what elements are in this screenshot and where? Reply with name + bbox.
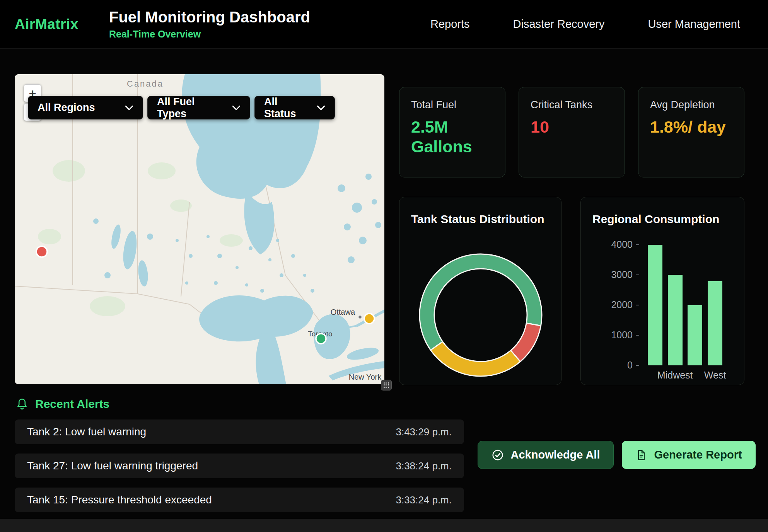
map-label-new-york: New York: [349, 373, 382, 381]
app-header: AirMatrix Fuel Monitoring Dashboard Real…: [0, 0, 768, 49]
alert-timestamp: 3:33:24 p.m.: [396, 494, 452, 506]
acknowledge-all-label: Acknowledge All: [511, 448, 600, 461]
alert-timestamp: 3:38:24 p.m.: [396, 460, 452, 472]
map-marker-normal[interactable]: [316, 334, 326, 344]
alert-row[interactable]: Tank 27: Low fuel warning triggered 3:38…: [15, 454, 464, 478]
map-resize-handle[interactable]: [381, 380, 392, 390]
tank-status-card: Tank Status Distribution: [399, 197, 561, 385]
nav-reports[interactable]: Reports: [430, 18, 470, 31]
map-panel[interactable]: Canada Ottawa Toronto New York + − All R…: [15, 74, 384, 384]
bar-3: [708, 281, 722, 365]
donut-chart-title: Tank Status Distribution: [399, 197, 561, 226]
y-axis-tick-mark: [636, 244, 639, 245]
acknowledge-all-button[interactable]: Acknowledge All: [478, 441, 614, 469]
map-terrain: Canada Ottawa Toronto New York: [15, 74, 384, 384]
check-circle-icon: [492, 449, 504, 461]
map-marker-warning[interactable]: [364, 314, 374, 324]
chevron-down-icon: [125, 105, 133, 111]
regions-filter-label: All Regions: [38, 102, 95, 114]
generate-report-button[interactable]: Generate Report: [622, 441, 756, 469]
stat-card-total-fuel: Total Fuel 2.5M Gallons: [399, 87, 505, 177]
map-marker-critical[interactable]: [36, 246, 47, 257]
stat-label: Total Fuel: [411, 99, 493, 111]
fuel-types-filter-dropdown[interactable]: All Fuel Types: [147, 96, 250, 119]
status-filter-dropdown[interactable]: All Status: [254, 96, 335, 119]
ottawa-city-dot: [358, 315, 362, 319]
map-label-ottawa: Ottawa: [331, 308, 355, 316]
alert-text: Tank 15: Pressure threshold exceeded: [27, 494, 212, 506]
regional-consumption-card: Regional Consumption 01000200030004000Mi…: [580, 197, 744, 385]
page-subtitle: Real-Time Overview: [109, 29, 310, 40]
regional-consumption-bar-chart: 01000200030004000MidwestWest: [581, 197, 744, 385]
fuel-types-filter-label: All Fuel Types: [157, 96, 225, 120]
generate-report-label: Generate Report: [654, 448, 742, 461]
stat-card-critical-tanks: Critical Tanks 10: [519, 87, 625, 177]
stat-label: Critical Tanks: [531, 99, 613, 111]
y-axis-tick-label: 2000: [582, 299, 633, 310]
nav-disaster-recovery[interactable]: Disaster Recovery: [513, 18, 605, 31]
y-axis-tick-label: 4000: [582, 239, 633, 250]
map-label-canada: Canada: [127, 79, 164, 89]
stat-value: 2.5M Gallons: [411, 117, 493, 156]
y-axis-tick-mark: [636, 305, 639, 305]
chevron-down-icon: [317, 105, 325, 111]
bar-0: [648, 245, 662, 365]
recent-alerts-heading: Recent Alerts: [15, 397, 109, 411]
y-axis-tick-mark: [636, 275, 639, 275]
regions-filter-dropdown[interactable]: All Regions: [28, 96, 143, 119]
map-filters: All Regions All Fuel Types All Status: [28, 96, 335, 119]
stats-row: Total Fuel 2.5M Gallons Critical Tanks 1…: [399, 87, 744, 177]
y-axis-tick-label: 1000: [582, 329, 633, 341]
y-axis-tick-label: 0: [582, 360, 633, 371]
stat-card-avg-depletion: Avg Depletion 1.8%/ day: [638, 87, 744, 177]
map-canvas[interactable]: Canada Ottawa Toronto New York: [15, 74, 384, 384]
tank-status-donut-chart: [399, 236, 561, 385]
status-filter-label: All Status: [264, 96, 310, 120]
recent-alerts-title: Recent Alerts: [35, 397, 109, 411]
y-axis-tick-mark: [636, 335, 639, 336]
chevron-down-icon: [232, 105, 241, 111]
stat-value: 1.8%/ day: [650, 117, 732, 137]
y-axis-tick-label: 3000: [582, 269, 633, 280]
title-block: Fuel Monitoring Dashboard Real-Time Over…: [109, 9, 310, 40]
alert-text: Tank 27: Low fuel warning triggered: [27, 460, 198, 472]
bottom-strip: [0, 519, 768, 532]
page-title: Fuel Monitoring Dashboard: [109, 9, 310, 26]
donut-segment-yellow: [431, 342, 521, 376]
x-axis-label: West: [690, 370, 740, 381]
alert-row[interactable]: Tank 15: Pressure threshold exceeded 3:3…: [15, 488, 464, 512]
main-nav: Reports Disaster Recovery User Managemen…: [430, 18, 740, 31]
bar-1: [668, 275, 683, 365]
bar-2: [688, 305, 702, 365]
bell-icon: [15, 397, 29, 411]
document-icon: [635, 449, 647, 461]
y-axis-tick-mark: [636, 365, 639, 366]
stat-value: 10: [531, 117, 613, 137]
brand-logo: AirMatrix: [15, 16, 109, 32]
alert-row[interactable]: Tank 2: Low fuel warning 3:43:29 p.m.: [15, 419, 464, 444]
nav-user-management[interactable]: User Management: [648, 18, 740, 31]
stat-label: Avg Depletion: [650, 99, 732, 111]
alert-timestamp: 3:43:29 p.m.: [396, 426, 452, 438]
alert-text: Tank 2: Low fuel warning: [27, 426, 146, 438]
